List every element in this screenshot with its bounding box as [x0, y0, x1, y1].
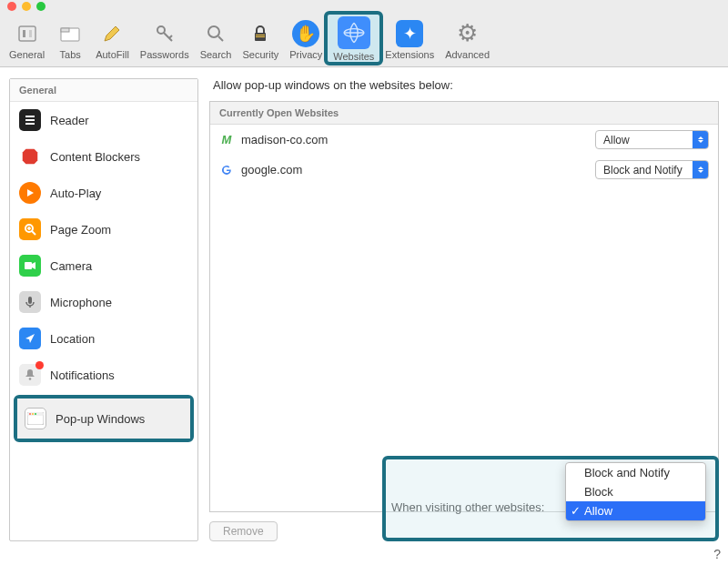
site-favicon-icon — [219, 163, 234, 177]
website-list: Currently Open Websites M madison-co.com… — [209, 101, 719, 512]
other-websites-dropdown[interactable]: Block and Notify Block Allow — [565, 462, 706, 521]
svg-rect-4 — [61, 28, 69, 32]
site-setting-select[interactable]: Allow — [595, 130, 709, 149]
website-row[interactable]: M madison-co.com Allow — [210, 125, 718, 155]
svg-rect-18 — [25, 262, 32, 269]
sidebar-item-camera[interactable]: Camera — [10, 247, 197, 284]
hand-icon: ✋ — [292, 20, 319, 47]
svg-rect-14 — [25, 123, 35, 125]
toolbar-tabs[interactable]: Tabs — [50, 13, 90, 67]
toolbar-privacy[interactable]: ✋ Privacy — [284, 13, 328, 67]
svg-point-27 — [35, 413, 36, 415]
toolbar-label: AutoFill — [96, 49, 129, 60]
content-pane: Allow pop-up windows on the websites bel… — [209, 78, 719, 541]
svg-point-6 — [208, 26, 219, 37]
dropdown-option-selected[interactable]: Allow — [566, 501, 705, 520]
website-list-header: Currently Open Websites — [210, 102, 718, 125]
site-domain: google.com — [241, 163, 588, 177]
location-icon — [19, 328, 41, 349]
minimize-window-button[interactable] — [22, 2, 31, 11]
toolbar-label: Tabs — [60, 49, 81, 60]
toolbar-label: Advanced — [445, 49, 490, 60]
sidebar-item-popup-windows[interactable]: Pop-up Windows — [17, 399, 190, 439]
sidebar-item-label: Reader — [50, 114, 89, 127]
switches-icon — [14, 20, 41, 47]
select-value: Allow — [596, 134, 693, 146]
sidebar-item-page-zoom[interactable]: Page Zoom — [10, 211, 197, 247]
toolbar-label: Security — [242, 49, 278, 60]
site-favicon-icon: M — [219, 133, 234, 147]
toolbar-general[interactable]: General — [4, 13, 50, 67]
svg-marker-15 — [23, 149, 38, 165]
main-area: General Reader Content Blockers Auto-Pla… — [0, 67, 728, 552]
pencil-icon — [98, 20, 126, 47]
microphone-icon — [19, 291, 41, 313]
reader-icon — [19, 109, 41, 131]
sidebar-item-content-blockers[interactable]: Content Blockers — [10, 138, 197, 175]
toolbar-label: Passwords — [140, 49, 189, 60]
sidebar-item-label: Location — [50, 332, 95, 346]
toolbar-websites[interactable]: Websites — [324, 11, 383, 66]
gear-icon: ⚙ — [454, 20, 481, 47]
toolbar-passwords[interactable]: Passwords — [135, 13, 195, 67]
sidebar-item-location[interactable]: Location — [10, 320, 197, 357]
svg-point-5 — [157, 26, 165, 34]
compass-icon: ✦ — [396, 20, 423, 47]
sidebar-item-label: Content Blockers — [50, 150, 140, 164]
other-websites-label: When visiting other websites: — [391, 500, 544, 514]
svg-marker-21 — [25, 334, 35, 343]
sidebar-item-reader[interactable]: Reader — [10, 102, 197, 138]
sidebar: General Reader Content Blockers Auto-Pla… — [9, 78, 198, 541]
sidebar-item-label: Camera — [50, 259, 92, 273]
toolbar-security[interactable]: Security — [237, 13, 284, 67]
site-domain: madison-co.com — [241, 133, 588, 146]
bell-icon — [19, 364, 41, 386]
svg-rect-1 — [23, 30, 25, 37]
website-row[interactable]: google.com Block and Notify — [210, 155, 718, 185]
svg-marker-16 — [27, 189, 34, 197]
svg-rect-20 — [28, 297, 32, 304]
sidebar-item-auto-play[interactable]: Auto-Play — [10, 175, 197, 211]
tabs-icon — [56, 20, 84, 47]
notification-badge — [35, 361, 44, 369]
select-value: Block and Notify — [596, 164, 693, 177]
key-icon — [151, 20, 178, 47]
sidebar-item-microphone[interactable]: Microphone — [10, 284, 197, 320]
zoom-window-button[interactable] — [36, 2, 46, 11]
svg-rect-12 — [25, 116, 35, 117]
svg-rect-8 — [256, 35, 265, 35]
close-window-button[interactable] — [7, 2, 16, 11]
globe-icon — [338, 16, 370, 49]
sidebar-item-label: Auto-Play — [50, 187, 101, 200]
toolbar-label: Privacy — [289, 49, 322, 60]
dropdown-option[interactable]: Block — [566, 482, 705, 501]
lock-icon — [247, 20, 274, 47]
dropdown-option[interactable]: Block and Notify — [566, 463, 705, 482]
footer-row: Remove — [209, 521, 719, 541]
toolbar-advanced[interactable]: ⚙ Advanced — [440, 13, 495, 67]
toolbar-label: Websites — [333, 51, 374, 62]
sidebar-item-label: Page Zoom — [50, 223, 111, 237]
toolbar-autofill[interactable]: AutoFill — [90, 13, 135, 67]
preferences-toolbar: General Tabs AutoFill Passwords Search S… — [0, 13, 728, 67]
play-icon — [19, 182, 41, 204]
toolbar-search[interactable]: Search — [195, 13, 238, 67]
toolbar-extensions[interactable]: ✦ Extensions — [379, 13, 440, 67]
svg-rect-2 — [29, 30, 32, 37]
sidebar-popup-highlight: Pop-up Windows — [14, 395, 194, 442]
svg-rect-13 — [25, 119, 35, 121]
stop-icon — [19, 146, 41, 167]
select-stepper-icon — [693, 131, 708, 148]
sidebar-item-label: Notifications — [50, 368, 115, 382]
site-setting-select[interactable]: Block and Notify — [595, 160, 709, 179]
svg-point-26 — [32, 413, 34, 415]
svg-marker-19 — [32, 262, 35, 269]
help-button[interactable]: ? — [713, 547, 721, 561]
remove-button[interactable]: Remove — [209, 521, 278, 541]
content-title: Allow pop-up windows on the websites bel… — [209, 78, 719, 92]
sidebar-item-label: Microphone — [50, 296, 112, 309]
sidebar-header: General — [10, 79, 197, 102]
svg-point-22 — [29, 378, 32, 380]
sidebar-item-notifications[interactable]: Notifications — [10, 357, 197, 393]
toolbar-label: Search — [200, 49, 232, 60]
